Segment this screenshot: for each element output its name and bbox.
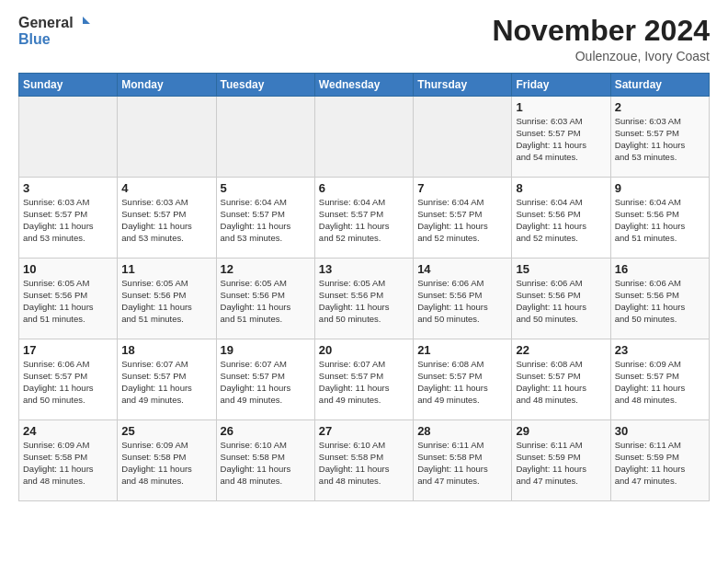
- calendar-cell: 2Sunrise: 6:03 AMSunset: 5:57 PMDaylight…: [610, 97, 709, 178]
- week-row-5: 24Sunrise: 6:09 AMSunset: 5:58 PMDayligh…: [19, 420, 710, 501]
- calendar-cell: 23Sunrise: 6:09 AMSunset: 5:57 PMDayligh…: [610, 339, 709, 420]
- day-number: 28: [417, 424, 507, 438]
- day-info: Sunrise: 6:09 AMSunset: 5:58 PMDaylight:…: [121, 440, 211, 487]
- day-header-monday: Monday: [118, 74, 216, 97]
- day-info: Sunrise: 6:06 AMSunset: 5:56 PMDaylight:…: [516, 278, 606, 325]
- day-number: 16: [615, 262, 705, 276]
- calendar-cell: 13Sunrise: 6:05 AMSunset: 5:56 PMDayligh…: [314, 259, 413, 339]
- logo: General Blue: [18, 15, 90, 47]
- day-info: Sunrise: 6:11 AMSunset: 5:58 PMDaylight:…: [417, 440, 507, 487]
- calendar-cell: 17Sunrise: 6:06 AMSunset: 5:57 PMDayligh…: [19, 339, 118, 420]
- day-number: 23: [615, 343, 705, 357]
- calendar-cell: 26Sunrise: 6:10 AMSunset: 5:58 PMDayligh…: [216, 420, 314, 501]
- calendar-cell: [314, 97, 413, 178]
- day-number: 12: [221, 262, 311, 276]
- day-number: 27: [319, 424, 409, 438]
- calendar: SundayMondayTuesdayWednesdayThursdayFrid…: [18, 73, 710, 501]
- week-row-4: 17Sunrise: 6:06 AMSunset: 5:57 PMDayligh…: [19, 339, 710, 420]
- calendar-cell: 16Sunrise: 6:06 AMSunset: 5:56 PMDayligh…: [610, 259, 709, 339]
- calendar-cell: 22Sunrise: 6:08 AMSunset: 5:57 PMDayligh…: [512, 339, 610, 420]
- day-number: 6: [319, 181, 409, 195]
- calendar-cell: 18Sunrise: 6:07 AMSunset: 5:57 PMDayligh…: [118, 339, 216, 420]
- logo-general: General: [18, 15, 90, 31]
- day-number: 19: [221, 343, 311, 357]
- calendar-cell: 10Sunrise: 6:05 AMSunset: 5:56 PMDayligh…: [19, 259, 118, 339]
- day-info: Sunrise: 6:08 AMSunset: 5:57 PMDaylight:…: [516, 359, 606, 406]
- day-info: Sunrise: 6:11 AMSunset: 5:59 PMDaylight:…: [516, 440, 606, 487]
- calendar-cell: 1Sunrise: 6:03 AMSunset: 5:57 PMDaylight…: [512, 97, 610, 178]
- calendar-cell: 15Sunrise: 6:06 AMSunset: 5:56 PMDayligh…: [512, 259, 610, 339]
- header: General Blue November 2024 Oulenzoue, Iv…: [18, 15, 710, 63]
- day-info: Sunrise: 6:03 AMSunset: 5:57 PMDaylight:…: [615, 116, 705, 163]
- title-block: November 2024 Oulenzoue, Ivory Coast: [492, 15, 710, 63]
- day-number: 11: [121, 262, 211, 276]
- day-info: Sunrise: 6:10 AMSunset: 5:58 PMDaylight:…: [319, 440, 409, 487]
- day-info: Sunrise: 6:04 AMSunset: 5:57 PMDaylight:…: [417, 197, 507, 244]
- day-number: 3: [23, 181, 113, 195]
- logo-blue: Blue: [18, 31, 90, 48]
- calendar-cell: 14Sunrise: 6:06 AMSunset: 5:56 PMDayligh…: [414, 259, 512, 339]
- day-number: 4: [121, 181, 211, 195]
- calendar-cell: 25Sunrise: 6:09 AMSunset: 5:58 PMDayligh…: [118, 420, 216, 501]
- day-info: Sunrise: 6:09 AMSunset: 5:58 PMDaylight:…: [23, 440, 113, 487]
- day-number: 25: [121, 424, 211, 438]
- day-info: Sunrise: 6:05 AMSunset: 5:56 PMDaylight:…: [221, 278, 311, 325]
- calendar-cell: 30Sunrise: 6:11 AMSunset: 5:59 PMDayligh…: [610, 420, 709, 501]
- calendar-cell: 19Sunrise: 6:07 AMSunset: 5:57 PMDayligh…: [216, 339, 314, 420]
- calendar-cell: 11Sunrise: 6:05 AMSunset: 5:56 PMDayligh…: [118, 259, 216, 339]
- day-number: 30: [615, 424, 705, 438]
- day-info: Sunrise: 6:05 AMSunset: 5:56 PMDaylight:…: [121, 278, 211, 325]
- week-row-1: 1Sunrise: 6:03 AMSunset: 5:57 PMDaylight…: [19, 97, 710, 178]
- day-info: Sunrise: 6:09 AMSunset: 5:57 PMDaylight:…: [615, 359, 705, 406]
- calendar-cell: 3Sunrise: 6:03 AMSunset: 5:57 PMDaylight…: [19, 178, 118, 259]
- day-header-wednesday: Wednesday: [314, 74, 413, 97]
- page: General Blue November 2024 Oulenzoue, Iv…: [0, 0, 728, 516]
- day-info: Sunrise: 6:06 AMSunset: 5:56 PMDaylight:…: [417, 278, 507, 325]
- calendar-cell: 24Sunrise: 6:09 AMSunset: 5:58 PMDayligh…: [19, 420, 118, 501]
- day-info: Sunrise: 6:07 AMSunset: 5:57 PMDaylight:…: [221, 359, 311, 406]
- day-info: Sunrise: 6:05 AMSunset: 5:56 PMDaylight:…: [23, 278, 113, 325]
- calendar-cell: [19, 97, 118, 178]
- day-info: Sunrise: 6:06 AMSunset: 5:57 PMDaylight:…: [23, 359, 113, 406]
- day-info: Sunrise: 6:08 AMSunset: 5:57 PMDaylight:…: [417, 359, 507, 406]
- day-info: Sunrise: 6:11 AMSunset: 5:59 PMDaylight:…: [615, 440, 705, 487]
- day-number: 29: [516, 424, 606, 438]
- day-info: Sunrise: 6:04 AMSunset: 5:56 PMDaylight:…: [516, 197, 606, 244]
- day-number: 2: [615, 100, 705, 114]
- day-info: Sunrise: 6:03 AMSunset: 5:57 PMDaylight:…: [121, 197, 211, 244]
- day-header-tuesday: Tuesday: [216, 74, 314, 97]
- day-number: 20: [319, 343, 409, 357]
- calendar-cell: 6Sunrise: 6:04 AMSunset: 5:57 PMDaylight…: [314, 178, 413, 259]
- day-number: 15: [516, 262, 606, 276]
- calendar-cell: 9Sunrise: 6:04 AMSunset: 5:56 PMDaylight…: [610, 178, 709, 259]
- day-header-sunday: Sunday: [19, 74, 118, 97]
- calendar-cell: 7Sunrise: 6:04 AMSunset: 5:57 PMDaylight…: [414, 178, 512, 259]
- header-row: SundayMondayTuesdayWednesdayThursdayFrid…: [19, 74, 710, 97]
- calendar-cell: [216, 97, 314, 178]
- day-info: Sunrise: 6:03 AMSunset: 5:57 PMDaylight:…: [516, 116, 606, 163]
- svg-marker-0: [83, 17, 90, 24]
- day-number: 26: [221, 424, 311, 438]
- day-number: 18: [121, 343, 211, 357]
- day-number: 13: [319, 262, 409, 276]
- day-number: 24: [23, 424, 113, 438]
- calendar-cell: 29Sunrise: 6:11 AMSunset: 5:59 PMDayligh…: [512, 420, 610, 501]
- day-info: Sunrise: 6:06 AMSunset: 5:56 PMDaylight:…: [615, 278, 705, 325]
- day-number: 5: [221, 181, 311, 195]
- calendar-cell: 8Sunrise: 6:04 AMSunset: 5:56 PMDaylight…: [512, 178, 610, 259]
- day-number: 22: [516, 343, 606, 357]
- day-header-thursday: Thursday: [414, 74, 512, 97]
- calendar-cell: 20Sunrise: 6:07 AMSunset: 5:57 PMDayligh…: [314, 339, 413, 420]
- calendar-cell: 5Sunrise: 6:04 AMSunset: 5:57 PMDaylight…: [216, 178, 314, 259]
- day-number: 21: [417, 343, 507, 357]
- week-row-2: 3Sunrise: 6:03 AMSunset: 5:57 PMDaylight…: [19, 178, 710, 259]
- day-number: 1: [516, 100, 606, 114]
- day-number: 7: [417, 181, 507, 195]
- week-row-3: 10Sunrise: 6:05 AMSunset: 5:56 PMDayligh…: [19, 259, 710, 339]
- day-header-saturday: Saturday: [610, 74, 709, 97]
- calendar-cell: 27Sunrise: 6:10 AMSunset: 5:58 PMDayligh…: [314, 420, 413, 501]
- calendar-cell: 4Sunrise: 6:03 AMSunset: 5:57 PMDaylight…: [118, 178, 216, 259]
- day-number: 8: [516, 181, 606, 195]
- calendar-cell: 12Sunrise: 6:05 AMSunset: 5:56 PMDayligh…: [216, 259, 314, 339]
- month-title: November 2024: [492, 15, 710, 47]
